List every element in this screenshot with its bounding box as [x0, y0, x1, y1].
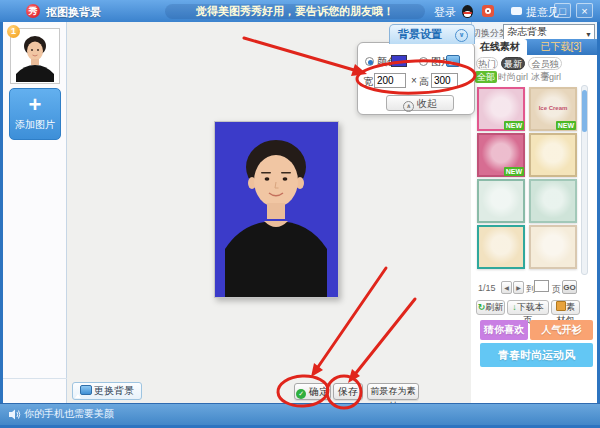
promo-guess-you-like[interactable]: 猜你喜欢	[480, 320, 528, 340]
tab-downloaded[interactable]: 已下载[3]	[530, 39, 592, 55]
page-label: 页	[552, 283, 561, 296]
photo-preview[interactable]	[214, 121, 339, 298]
width-input[interactable]	[374, 73, 406, 88]
maximize-button[interactable]: □	[554, 3, 571, 18]
image-index-badge: 1	[7, 25, 20, 38]
new-badge: NEW	[504, 167, 524, 176]
promo-youth-sport-style[interactable]: 青春时尚运动风	[480, 343, 593, 367]
color-radio[interactable]	[365, 57, 374, 66]
material-thumb[interactable]	[477, 179, 525, 223]
color-swatch[interactable]	[391, 55, 407, 67]
feedback-bubble-icon[interactable]	[511, 7, 522, 15]
status-message: 你的手机也需要美颜	[24, 407, 114, 421]
download-page-button[interactable]: ↓下载本页	[507, 300, 549, 315]
close-button[interactable]: ×	[576, 3, 593, 18]
chevron-down-icon[interactable]: ∨	[455, 29, 468, 42]
check-icon: ✓	[296, 389, 306, 399]
filter-member-only[interactable]: 会员独享	[528, 57, 562, 70]
material-thumb[interactable]: NEW	[477, 133, 525, 177]
materials-scrollbar[interactable]	[581, 85, 588, 275]
material-image	[479, 181, 523, 221]
background-settings-tab[interactable]: 背景设置 ∨	[389, 24, 475, 44]
confirm-label: 确定	[309, 386, 329, 397]
filter-hot[interactable]: 热门	[476, 57, 498, 70]
confirm-button[interactable]: ✓ 确定	[294, 383, 331, 400]
goto-page-input[interactable]	[534, 280, 549, 292]
background-settings-label: 背景设置	[398, 28, 442, 40]
collapse-button[interactable]: ∧ 收起	[386, 95, 454, 111]
height-input[interactable]	[431, 73, 458, 88]
new-badge: NEW	[556, 121, 576, 130]
subfilter-all[interactable]: 全部	[475, 71, 497, 83]
add-image-label: 添加图片	[10, 118, 60, 132]
login-link[interactable]: 登录	[434, 5, 456, 20]
filter-newest[interactable]: 最新	[501, 57, 525, 70]
go-button[interactable]: GO	[562, 280, 577, 294]
page-indicator: 1/15	[478, 283, 496, 293]
prev-page-button[interactable]: ◀	[501, 281, 512, 294]
thumbnail-portrait	[12, 30, 58, 82]
material-thumb[interactable]: Ice Cream NEW	[529, 87, 577, 131]
material-thumb[interactable]: NEW	[477, 87, 525, 131]
change-background-button[interactable]: 更换背景	[72, 382, 142, 400]
promo-banner: 觉得美图秀秀好用，要告诉您的朋友哦！	[165, 4, 425, 19]
change-background-label: 更换背景	[94, 385, 134, 396]
material-thumb[interactable]	[529, 133, 577, 177]
chevron-up-icon: ∧	[403, 101, 414, 112]
material-thumb[interactable]	[477, 225, 525, 269]
multiply-sign: ×	[411, 75, 417, 86]
portrait-photo	[215, 122, 338, 297]
category-value: 杂志背景	[507, 26, 547, 37]
weibo-icon[interactable]	[482, 5, 494, 17]
subfilter-ice-girl[interactable]: 冰雪girl	[531, 71, 561, 83]
next-page-button[interactable]: ▶	[513, 281, 524, 294]
collapse-label: 收起	[417, 98, 437, 109]
app-window: 秀 抠图换背景 觉得美图秀秀好用，要告诉您的朋友哦！ 登录 提意见 □ × 1 …	[0, 0, 600, 428]
material-image	[479, 227, 523, 267]
material-thumb[interactable]	[529, 179, 577, 223]
material-image	[531, 135, 575, 175]
picture-icon	[80, 385, 92, 395]
width-label: 宽	[363, 75, 373, 89]
window-title: 抠图换背景	[46, 5, 101, 20]
save-button[interactable]: 保存	[333, 383, 363, 400]
qq-icon[interactable]	[462, 5, 473, 18]
category-select[interactable]: 杂志背景 ▼	[503, 24, 595, 40]
material-image	[531, 181, 575, 221]
subfilter-fashion-girl[interactable]: 时尚girl	[498, 71, 528, 83]
package-icon	[556, 301, 566, 311]
speaker-icon	[8, 408, 21, 421]
material-text: Ice Cream	[531, 105, 575, 111]
image-picker-icon[interactable]	[446, 55, 460, 67]
material-thumb[interactable]	[529, 225, 577, 269]
app-logo-icon: 秀	[26, 4, 40, 18]
plus-icon: +	[10, 92, 60, 118]
add-image-button[interactable]: + 添加图片	[9, 88, 61, 140]
save-foreground-button[interactable]: 前景存为素材	[367, 383, 419, 400]
tab-online-materials[interactable]: 在线素材	[473, 39, 527, 55]
new-badge: NEW	[504, 121, 524, 130]
material-pack-button[interactable]: 素材包	[551, 300, 580, 315]
refresh-label: 刷新	[485, 302, 503, 312]
image-radio[interactable]	[419, 57, 428, 66]
sidebar-divider	[3, 378, 67, 379]
refresh-button[interactable]: ↻刷新	[476, 300, 505, 315]
material-image	[531, 227, 575, 267]
promo-popular-cardigan[interactable]: 人气开衫	[530, 320, 593, 340]
height-label: 高	[419, 75, 429, 89]
